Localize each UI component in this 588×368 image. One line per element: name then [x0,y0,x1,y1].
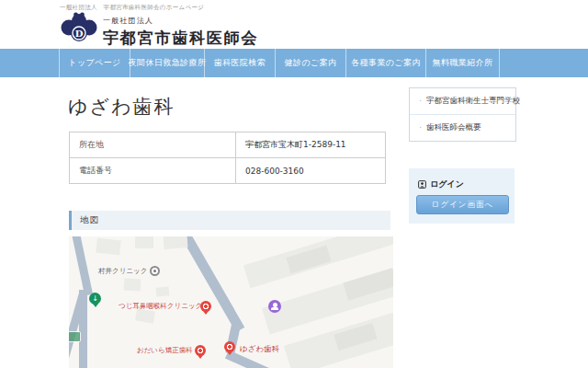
purple-poi-marker[interactable] [268,300,281,313]
medical-poi-marker-yuzawa[interactable] [224,341,235,352]
bullet-icon: ・ [417,123,424,132]
map-building [156,286,170,296]
login-panel: ログイン ログイン画面へ [409,168,514,224]
map-building [164,236,188,249]
login-title: ログイン [418,178,514,190]
org-type: 一般社団法人 [103,16,258,26]
map-section-heading: 地図 [69,211,390,230]
bullet-icon: ・ [417,97,424,106]
main-nav: トップページ 夜間休日救急診療所 歯科医院検索 健診のご案内 各種事業のご案内 … [0,49,588,77]
address-value: 宇都宮市宝木町1-2589-11 [236,132,386,158]
sidebar-item-hygienist-school[interactable]: ・ 宇都宮歯科衛生士専門学校 [410,88,515,114]
nav-item-emergency-clinic[interactable]: 夜間休日救急診療所 [130,49,204,77]
nav-item-top-page[interactable]: トップページ [59,49,130,77]
medical-poi-marker[interactable] [200,301,211,312]
poi-label-odaira-orthodontics[interactable]: おだいら矯正歯科 [137,346,193,355]
medical-poi-marker[interactable] [195,345,206,356]
phone-value: 028-600-3160 [236,158,386,184]
brand-block: 一般社団法人 宇都宮市歯科医師会 [103,16,258,49]
login-title-text: ログイン [430,178,464,190]
table-row: 電話番号 028-600-3160 [70,158,386,184]
login-person-icon [418,180,426,189]
map-canvas[interactable]: 村井クリニック ↓ つじ耳鼻咽喉科クリニック おだいら矯正歯科 ゆざわ歯科 [69,236,393,368]
nav-item-services-info[interactable]: 各種事業のご案内 [345,49,425,77]
poi-label-tsuji-ent-clinic[interactable]: つじ耳鼻咽喉科クリニック [119,302,202,311]
table-row: 所在地 宇都宮市宝木町1-2589-11 [70,132,386,158]
dental-association-logo-icon: D [61,11,97,46]
poi-label-murai-clinic[interactable]: 村井クリニック [98,267,147,276]
map-building [124,279,141,292]
sidebar-link-label: 歯科医師会概要 [426,122,481,133]
phone-label: 電話番号 [70,158,236,184]
map-building [135,236,153,248]
nav-item-clinic-search[interactable]: 歯科医院検索 [204,49,275,77]
road-route-badge [69,331,81,342]
map-road [72,236,93,295]
sidebar-item-association-overview[interactable]: ・ 歯科医師会概要 [410,114,515,141]
poi-label-yuzawa-dental[interactable]: ゆざわ歯科 [240,344,279,355]
page: 一般社団法人 宇都宮市歯科医師会のホームページ D 一般社団法人 宇都宮市歯科医… [0,0,588,368]
svg-text:D: D [75,29,84,39]
login-button[interactable]: ログイン画面へ [416,195,509,214]
sidebar-link-label: 宇都宮歯科衛生士専門学校 [426,96,520,107]
map-road [179,236,245,332]
nav-item-checkup-info[interactable]: 健診のご案内 [275,49,345,77]
nav-item-job-agency[interactable]: 無料職業紹介所 [425,49,500,77]
sidebar-links-box: ・ 宇都宮歯科衛生士専門学校 ・ 歯科医師会概要 [409,87,516,142]
map-building [96,238,121,256]
green-arrow-marker[interactable]: ↓ [89,293,101,305]
clinic-info-table: 所在地 宇都宮市宝木町1-2589-11 電話番号 028-600-3160 [69,132,386,184]
address-label: 所在地 [70,132,236,158]
page-title: ゆざわ歯科 [68,94,175,120]
org-name: 宇都宮市歯科医師会 [103,28,258,49]
generic-poi-marker[interactable] [150,266,160,276]
